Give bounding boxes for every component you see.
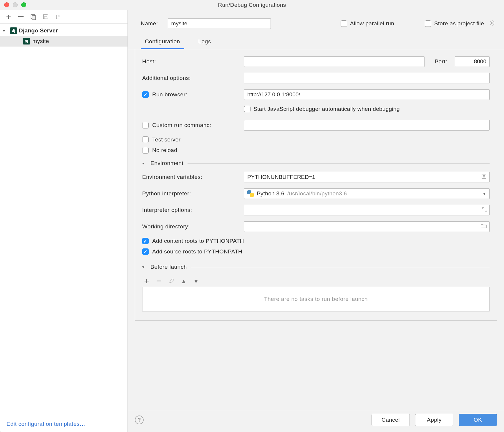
svg-text:z: z bbox=[58, 17, 59, 20]
environment-section-header[interactable]: ▾ Environment bbox=[142, 160, 490, 166]
working-directory-label: Working directory: bbox=[142, 223, 239, 230]
name-input[interactable] bbox=[168, 18, 271, 29]
before-launch-section-header[interactable]: ▾ Before launch bbox=[142, 264, 490, 270]
edit-templates-link[interactable]: Edit configuration templates… bbox=[6, 421, 85, 427]
window-title: Run/Debug Configurations bbox=[218, 2, 286, 8]
test-server-label: Test server bbox=[152, 136, 180, 143]
no-reload-checkbox[interactable] bbox=[142, 147, 149, 154]
before-launch-empty-text: There are no tasks to run before launch bbox=[264, 296, 368, 302]
interpreter-name: Python 3.6 bbox=[257, 190, 284, 197]
host-input[interactable] bbox=[244, 56, 425, 67]
custom-run-command-input bbox=[244, 120, 490, 131]
dialog-button-bar: ? Cancel Apply OK bbox=[128, 410, 504, 432]
checkbox-icon bbox=[341, 20, 347, 27]
move-up-icon[interactable]: ▲ bbox=[180, 278, 187, 284]
move-down-icon[interactable]: ▼ bbox=[193, 278, 199, 284]
interpreter-options-input[interactable] bbox=[244, 205, 490, 215]
checkbox-icon bbox=[425, 20, 431, 27]
add-source-roots-label: Add source roots to PYTHONPATH bbox=[152, 248, 242, 255]
tree-group-label: Django Server bbox=[19, 27, 58, 34]
chevron-down-icon: ▾ bbox=[142, 265, 146, 269]
run-debug-configurations-window: Run/Debug Configurations az ▾ dj Django … bbox=[0, 0, 504, 432]
name-label: Name: bbox=[141, 20, 158, 27]
no-reload-label: No reload bbox=[152, 147, 177, 154]
additional-options-input[interactable] bbox=[244, 73, 490, 83]
start-js-debug-label: Start JavaScript debugger automatically … bbox=[253, 106, 400, 112]
additional-options-label: Additional options: bbox=[142, 75, 239, 81]
svg-rect-3 bbox=[44, 17, 47, 19]
chevron-down-icon: ▾ bbox=[3, 28, 8, 33]
before-launch-toolbar: ▲ ▼ bbox=[142, 276, 490, 287]
svg-rect-8 bbox=[157, 281, 161, 281]
custom-run-command-label: Custom run command: bbox=[152, 122, 212, 128]
start-js-debugger-checkbox[interactable]: Start JavaScript debugger automatically … bbox=[244, 106, 400, 112]
config-tabs: Configuration Logs bbox=[128, 35, 504, 49]
tree-item-label: mysite bbox=[32, 38, 49, 44]
run-browser-checkbox[interactable] bbox=[142, 91, 149, 98]
svg-rect-2 bbox=[32, 16, 36, 20]
add-config-icon[interactable] bbox=[5, 14, 12, 20]
python-interpreter-label: Python interpreter: bbox=[142, 190, 239, 197]
store-as-project-file-checkbox[interactable]: Store as project file bbox=[425, 20, 495, 27]
checkbox-icon bbox=[244, 106, 251, 112]
ok-button[interactable]: OK bbox=[459, 414, 497, 426]
config-tree: ▾ dj Django Server dj mysite bbox=[0, 24, 127, 416]
svg-text:a: a bbox=[58, 14, 60, 17]
add-content-roots-checkbox[interactable] bbox=[142, 238, 149, 244]
env-vars-input[interactable] bbox=[244, 172, 490, 182]
tree-group-django-server[interactable]: ▾ dj Django Server bbox=[0, 25, 127, 36]
env-vars-label: Environment variables: bbox=[142, 174, 239, 180]
title-bar: Run/Debug Configurations bbox=[0, 0, 504, 10]
sort-alpha-icon[interactable]: az bbox=[55, 14, 61, 20]
run-browser-label: Run browser: bbox=[152, 91, 187, 98]
python-interpreter-select[interactable]: Python 3.6 /usr/local/bin/python3.6 ▼ bbox=[244, 188, 490, 199]
name-row: Name: Allow parallel run Store as projec… bbox=[128, 10, 504, 35]
copy-config-icon[interactable] bbox=[30, 14, 37, 20]
tree-item-mysite[interactable]: dj mysite bbox=[0, 36, 127, 47]
remove-config-icon[interactable] bbox=[18, 14, 24, 20]
minimize-window-button[interactable] bbox=[13, 2, 18, 7]
remove-task-icon[interactable] bbox=[156, 278, 162, 284]
add-source-roots-checkbox[interactable] bbox=[142, 248, 149, 255]
close-window-button[interactable] bbox=[4, 2, 9, 7]
store-as-project-label: Store as project file bbox=[434, 20, 484, 27]
tab-configuration[interactable]: Configuration bbox=[141, 35, 184, 49]
port-label: Port: bbox=[435, 58, 447, 65]
edit-task-icon[interactable] bbox=[168, 278, 175, 284]
help-button[interactable]: ? bbox=[135, 415, 144, 424]
chevron-down-icon: ▾ bbox=[142, 161, 146, 166]
add-content-roots-label: Add content roots to PYTHONPATH bbox=[152, 238, 244, 244]
host-label: Host: bbox=[142, 58, 239, 65]
configurations-sidebar: az ▾ dj Django Server dj mysite Edit con… bbox=[0, 10, 128, 432]
test-server-checkbox[interactable] bbox=[142, 136, 149, 143]
folder-icon[interactable] bbox=[481, 224, 487, 230]
custom-run-command-checkbox[interactable] bbox=[142, 122, 149, 128]
expand-icon[interactable] bbox=[482, 207, 487, 213]
svg-rect-0 bbox=[18, 16, 24, 17]
svg-point-6 bbox=[491, 22, 493, 24]
config-detail-panel: Name: Allow parallel run Store as projec… bbox=[128, 10, 504, 432]
django-icon: dj bbox=[23, 38, 30, 44]
add-task-icon[interactable] bbox=[143, 278, 150, 284]
configuration-panel: Host: Port: Additional options: bbox=[135, 49, 497, 321]
working-directory-input[interactable] bbox=[244, 221, 490, 232]
save-config-icon[interactable] bbox=[42, 14, 49, 20]
django-icon: dj bbox=[10, 27, 17, 34]
before-launch-task-list: There are no tasks to run before launch bbox=[142, 287, 490, 311]
sidebar-toolbar: az bbox=[0, 10, 127, 24]
allow-parallel-run-checkbox[interactable]: Allow parallel run bbox=[341, 20, 394, 27]
apply-button[interactable]: Apply bbox=[415, 414, 453, 426]
gear-icon[interactable] bbox=[489, 20, 495, 27]
tab-logs[interactable]: Logs bbox=[194, 35, 215, 49]
list-icon[interactable] bbox=[481, 174, 487, 181]
cancel-button[interactable]: Cancel bbox=[372, 414, 410, 426]
interpreter-path: /usr/local/bin/python3.6 bbox=[287, 190, 347, 197]
chevron-down-icon: ▼ bbox=[483, 192, 486, 196]
python-icon bbox=[247, 190, 254, 197]
run-browser-input[interactable] bbox=[244, 89, 490, 100]
interpreter-options-label: Interpreter options: bbox=[142, 207, 239, 213]
maximize-window-button[interactable] bbox=[21, 2, 26, 7]
allow-parallel-label: Allow parallel run bbox=[350, 20, 394, 27]
port-input[interactable] bbox=[455, 56, 490, 67]
window-controls bbox=[4, 2, 26, 7]
